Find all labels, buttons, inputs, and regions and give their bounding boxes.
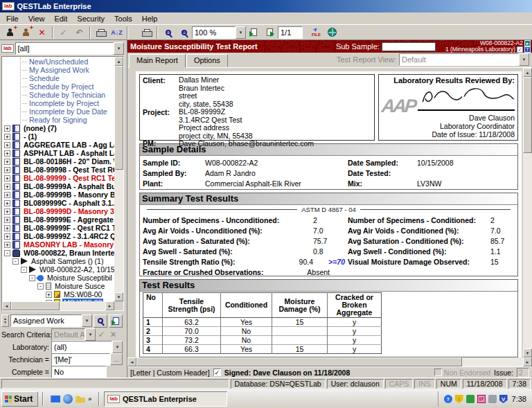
tab-main-report[interactable]: Main Report (129, 54, 186, 68)
tree-expander-icon[interactable]: - (12, 258, 19, 265)
tree-expander-icon[interactable]: + (4, 175, 10, 181)
zoom-in-button[interactable]: + (176, 25, 192, 39)
web-button[interactable] (324, 25, 340, 39)
tree-link[interactable]: Incomplete by Due Date (21, 107, 114, 116)
tree-node[interactable]: - W08-000822-A2, 10/15. (20, 265, 114, 274)
tree-horizontal-scrollbar[interactable]: ◄ ► (2, 301, 114, 310)
chevron-down-icon[interactable]: ▼ (236, 26, 246, 39)
tab-options[interactable]: Options (186, 54, 228, 67)
scroll-up-icon[interactable]: ▲ (114, 57, 123, 66)
tree-node[interactable]: + BL-08-99999D - Masonry 3.1.2 (3, 207, 114, 215)
tree-node[interactable]: + - (1) (3, 132, 114, 141)
tree-link[interactable]: My Assigned Work (21, 66, 114, 74)
laboratory-combo[interactable]: (all) ▼ (51, 341, 123, 353)
undo-button[interactable]: ↶ (71, 25, 87, 39)
security-alert-icon[interactable]: ! (455, 395, 463, 403)
tree-expander-icon[interactable]: + (4, 200, 10, 206)
confirm-button[interactable]: ✓ (55, 25, 71, 39)
tree-node[interactable]: + ASPHALT LAB - Asphalt Lab (3, 149, 114, 157)
non-endorsed-checkbox[interactable] (434, 369, 442, 376)
tree-node[interactable]: + MS:W08-00 (45, 290, 114, 299)
report-horizontal-scrollbar[interactable]: ◄ ► (127, 357, 532, 366)
zoom-out-button[interactable]: − (160, 25, 176, 39)
test-flag-icon[interactable]: T (524, 46, 531, 53)
tree-expander-icon[interactable]: + (4, 142, 10, 148)
tree-expander-icon[interactable]: + (4, 217, 10, 223)
device-icon[interactable] (488, 395, 497, 403)
taskbar-window-button[interactable]: lab QESTLab Enterprise (104, 391, 227, 407)
menu-item[interactable]: Security (72, 14, 109, 24)
tree-expander-icon[interactable]: - (21, 267, 27, 273)
tree-node[interactable]: + BL-08-99998 - Qest Test RC1 (3, 166, 114, 174)
chevron-more-icon[interactable]: » (88, 396, 91, 402)
tree-link[interactable]: Ready for Signing (21, 116, 114, 124)
report-vertical-scrollbar[interactable]: ▲ ▼ (523, 68, 532, 357)
menu-item[interactable]: Help (137, 14, 163, 24)
tree-vertical-scrollbar[interactable]: ▲ ▼ (114, 57, 123, 301)
scroll-up-icon[interactable]: ▲ (523, 68, 532, 77)
view-spinner[interactable]: ▲▼ (1, 314, 9, 327)
tree-expander-icon[interactable]: + (4, 242, 10, 248)
page-setup-link[interactable]: [Letter | Custom Header] (130, 369, 210, 377)
view-combo[interactable]: Assigned Work ▼ (10, 314, 92, 327)
next-page-button[interactable] (262, 25, 278, 39)
clear-criteria-button[interactable]: ✕ (107, 329, 119, 340)
zoom-level-combo[interactable]: 100 % ▼ (192, 26, 246, 39)
lab-filter-icon[interactable]: lab (1, 44, 14, 53)
tree-expander-icon[interactable]: + (4, 209, 10, 215)
tree-node[interactable]: + BL-08-00186H - 20" Diam. Wel (3, 157, 114, 166)
prev-page-button[interactable] (246, 25, 262, 39)
start-button[interactable]: Start (1, 391, 38, 407)
network-monitor-icon[interactable]: 17 (477, 395, 486, 403)
scroll-left-icon[interactable]: ◄ (127, 357, 136, 366)
export-file-button[interactable]: FILE (308, 25, 324, 39)
tree-expander-icon[interactable]: + (4, 125, 10, 132)
tree-link[interactable]: New/Unscheduled (21, 57, 114, 66)
menu-item[interactable]: View (24, 14, 50, 24)
tree-expander-icon[interactable]: + (4, 134, 10, 140)
scroll-right-icon[interactable]: ► (523, 357, 532, 366)
edit-view-button[interactable] (109, 314, 123, 328)
new-test-request-button[interactable]: + (2, 25, 18, 39)
scroll-down-icon[interactable]: ▼ (523, 348, 532, 357)
tree-node[interactable]: + BL0899999C - Asphalt 3.1.200 (3, 199, 114, 207)
tree-expander-icon[interactable]: - (29, 275, 35, 281)
sort-button[interactable]: A↓Z (109, 25, 125, 39)
folder-icon[interactable] (76, 394, 85, 404)
update-icon[interactable] (466, 395, 475, 403)
search-button[interactable] (94, 314, 107, 328)
sub-sample-input[interactable] (382, 42, 436, 51)
help-icon[interactable]: ? (444, 395, 452, 403)
tree-link[interactable]: Schedule by Technician (21, 91, 114, 99)
tree-expander-icon[interactable]: + (4, 150, 10, 157)
antivirus-shield-icon[interactable]: V (499, 395, 508, 403)
tree-node[interactable]: + BL-08-99999F - Qest RC1 Tes (3, 224, 114, 232)
print-button[interactable] (139, 25, 154, 39)
tree-node[interactable]: + BL-08-99999Z - 3.1.4RC2 Qest (3, 232, 114, 240)
tree-expander-icon[interactable]: + (4, 167, 10, 173)
tree-node[interactable]: + BL-08-99999B - Masonry Buil (3, 190, 114, 199)
print-setup-button[interactable] (93, 25, 109, 39)
lab-filter-combo[interactable]: [all] ▼ (15, 42, 124, 55)
mail-icon[interactable] (51, 394, 60, 404)
technician-browse-button[interactable]: ... (110, 353, 123, 365)
browser-icon[interactable] (63, 394, 73, 404)
apply-criteria-button[interactable]: ✓ (96, 329, 107, 340)
scrollbar-thumb[interactable] (136, 357, 462, 366)
tree-link[interactable]: Schedule (21, 74, 114, 82)
menu-item[interactable]: Edit (49, 14, 72, 24)
tree-node[interactable]: + (none) (7) (3, 124, 114, 132)
scroll-down-icon[interactable]: ▼ (114, 292, 123, 301)
tree-expander-icon[interactable]: - (4, 250, 10, 256)
delete-button[interactable]: ✕ (34, 25, 50, 39)
test-report-view-combo[interactable]: Default ▼ (399, 53, 529, 66)
tree-expander-icon[interactable]: + (4, 225, 10, 231)
tree-node[interactable]: - Moisture Susceptibil (28, 274, 114, 282)
tree-node[interactable]: + BL-08-99999 - Qest RC1 Test (3, 174, 114, 182)
page-number-field[interactable]: 1/1 (278, 26, 303, 39)
new-sample-button[interactable]: + (18, 25, 34, 39)
scrollbar-thumb[interactable] (11, 301, 60, 310)
complete-field[interactable]: No (51, 366, 107, 378)
tree-node[interactable]: - W08-000822, Braun Intertec, (3, 249, 114, 257)
tree-expander-icon[interactable]: + (4, 233, 10, 240)
